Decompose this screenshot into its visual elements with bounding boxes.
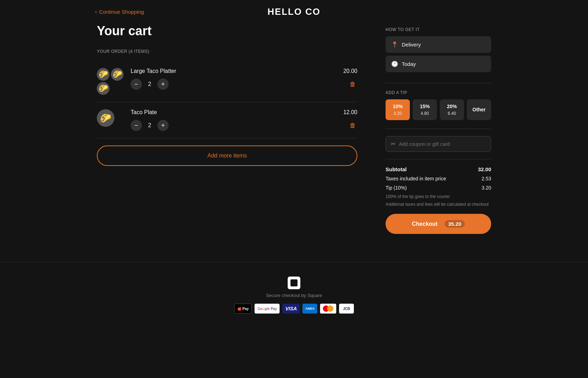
mc-orange-circle [327,305,333,312]
tip-20-amount: 6.40 [443,110,461,117]
item-price-1: 20.00 [343,68,357,74]
visa-badge: VISA [282,304,300,314]
tip-section: ADD A TIP 10% 3.20 15% 4.80 20% 6.40 Oth… [386,90,491,120]
mastercard-badge [320,304,336,314]
clock-icon: 🕐 [391,61,398,67]
delivery-icon: 📍 [391,41,398,48]
tip-other-button[interactable]: Other [467,99,491,120]
tip-summary-label: Tip (10%) [386,185,407,191]
divider-2 [386,129,491,129]
tip-20-percent: 20% [443,103,461,110]
square-logo [288,277,300,289]
delivery-label: Delivery [402,42,421,48]
back-label: Continue Shopping [99,9,144,15]
divider-1 [386,83,491,83]
qty-decrease-1[interactable]: − [131,79,142,90]
item-controls-1: − 2 + 🗑 [131,79,357,90]
delete-item-2[interactable]: 🗑 [348,120,357,131]
item-controls-2: − 2 + 🗑 [131,120,357,131]
food-image-1a: 🌮 [97,68,110,81]
delivery-option[interactable]: 📍 Delivery [386,36,491,53]
checkout-button[interactable]: Checkout 35.20 [386,214,491,234]
cart-item-1: 🌮 🌮 🌮 Large Taco Platter 20.00 − 2 [97,61,357,102]
item-name-1: Large Taco Platter [131,68,176,74]
tip-note: 100% of the tip goes to the courier [386,194,491,199]
item-info-2: Taco Plate 12.00 − 2 + 🗑 [131,109,357,131]
tip-options: 10% 3.20 15% 4.80 20% 6.40 Other [386,99,491,120]
amex-badge: AMEX [302,304,317,314]
jcb-label: JCB [343,307,350,311]
subtotal-value: 32.00 [478,166,491,172]
qty-controls-1: − 2 + [131,79,169,90]
main-container: Your cart YOUR ORDER (4 ITEMS) 🌮 🌮 🌮 Lar… [83,24,505,234]
taxes-value: 2.53 [482,176,491,181]
tip-10-percent: 10% [388,103,407,110]
logo: HELLO CO [268,6,320,17]
square-inner [290,279,298,286]
tip-20-button[interactable]: 20% 6.40 [440,99,464,120]
fee-note: Additional taxes and fees will be calcul… [386,202,491,207]
tip-other-percent: Other [470,106,488,113]
item-images-1: 🌮 🌮 🌮 [97,68,125,95]
food-image-1b: 🌮 [111,68,124,81]
coupon-input-wrapper: ✂ [386,136,491,152]
taxes-label: Taxes included in item price [386,176,446,181]
payment-icons: 🍎 Pay Google Pay VISA AMEX JCB [7,304,581,314]
divider-3 [386,159,491,159]
left-column: Your cart YOUR ORDER (4 ITEMS) 🌮 🌮 🌮 Lar… [97,24,357,234]
cart-item-2: 🌮 Taco Plate 12.00 − 2 + 🗑 [97,102,357,138]
tip-label: ADD A TIP [386,90,491,95]
qty-value-2: 2 [147,122,152,129]
mc-circles [323,305,333,312]
today-label: Today [402,61,416,67]
visa-label: VISA [285,306,297,311]
order-header: YOUR ORDER (4 ITEMS) [97,49,357,54]
secure-text: Secure checkout by Square [7,293,581,298]
footer: Secure checkout by Square 🍎 Pay Google P… [0,262,588,324]
back-link[interactable]: ‹ Continue Shopping [95,9,144,15]
item-name-row-2: Taco Plate 12.00 [131,109,357,116]
get-it-options: 📍 Delivery 🕐 Today [386,36,491,72]
food-image-1c: 🌮 [97,82,110,95]
qty-controls-2: − 2 + [131,120,169,131]
how-to-get-it-label: HOW TO GET IT [386,27,491,32]
page-title: Your cart [97,24,357,38]
tip-summary-value: 3.20 [482,185,491,191]
item-name-2: Taco Plate [131,109,157,116]
header: ‹ Continue Shopping HELLO CO [0,0,588,24]
checkout-label: Checkout [412,221,438,227]
item-info-1: Large Taco Platter 20.00 − 2 + 🗑 [131,68,357,90]
today-option[interactable]: 🕐 Today [386,56,491,72]
apple-pay-label: 🍎 Pay [237,307,249,311]
item-price-2: 12.00 [343,109,357,116]
item-name-row-1: Large Taco Platter 20.00 [131,68,357,74]
tip-row: Tip (10%) 3.20 [386,185,491,191]
qty-increase-1[interactable]: + [157,79,169,90]
subtotal-label: Subtotal [386,166,407,172]
right-column: HOW TO GET IT 📍 Delivery 🕐 Today ADD A T… [386,24,491,234]
tip-15-button[interactable]: 15% 4.80 [413,99,437,120]
tip-15-amount: 4.80 [415,110,434,117]
tip-10-amount: 3.20 [388,110,407,117]
qty-increase-2[interactable]: + [157,120,169,131]
delete-item-1[interactable]: 🗑 [348,79,357,89]
add-more-button[interactable]: Add more items [97,145,357,166]
subtotal-row: Subtotal 32.00 [386,166,491,172]
tip-10-button[interactable]: 10% 3.20 [386,99,410,120]
taxes-row: Taxes included in item price 2.53 [386,176,491,181]
google-pay-label: G [257,307,260,311]
google-pay-badge: Google Pay [255,304,280,314]
checkout-total: 35.20 [445,220,465,228]
coupon-input[interactable] [399,141,486,147]
food-image-2a: 🌮 [97,109,114,127]
apple-pay-badge: 🍎 Pay [234,304,252,314]
tip-15-percent: 15% [415,103,434,110]
amex-label: AMEX [305,307,314,310]
jcb-badge: JCB [339,304,354,314]
chevron-left-icon: ‹ [95,9,97,15]
qty-decrease-2[interactable]: − [131,120,142,131]
qty-value-1: 2 [147,81,152,87]
coupon-icon: ✂ [391,141,395,147]
item-images-2: 🌮 [97,109,125,127]
